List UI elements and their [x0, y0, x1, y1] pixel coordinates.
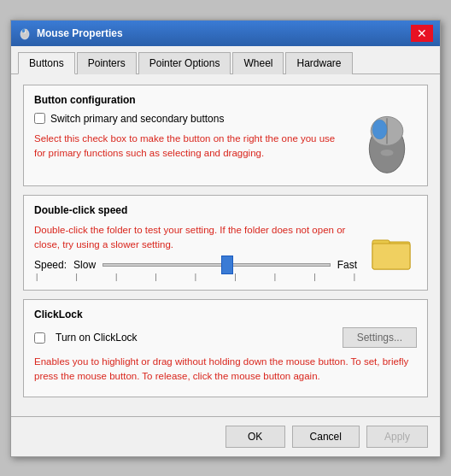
content-area: Button configuration Switch primary and …: [11, 74, 440, 416]
footer: OK Cancel Apply: [11, 416, 440, 456]
settings-button[interactable]: Settings...: [343, 327, 417, 348]
svg-point-7: [372, 120, 387, 139]
mouse-illustration: [357, 113, 417, 177]
slow-label: Slow: [73, 259, 96, 271]
double-click-description: Double-click the folder to test your set…: [34, 223, 357, 253]
tab-pointer-options[interactable]: Pointer Options: [138, 52, 231, 74]
folder-icon: [371, 232, 412, 273]
tick: |: [313, 273, 315, 281]
titlebar: Mouse Properties ✕: [11, 21, 440, 46]
clicklock-checkbox[interactable]: [34, 332, 45, 344]
button-config-title: Button configuration: [34, 94, 417, 106]
double-click-title: Double-click speed: [34, 204, 417, 216]
tab-buttons[interactable]: Buttons: [18, 52, 75, 74]
clicklock-description: Enables you to highlight or drag without…: [34, 355, 417, 385]
tick: |: [115, 273, 117, 281]
close-button[interactable]: ✕: [411, 25, 433, 42]
tab-pointers[interactable]: Pointers: [77, 52, 137, 74]
cancel-button[interactable]: Cancel: [292, 426, 360, 448]
clicklock-label[interactable]: Turn on ClickLock: [56, 332, 138, 344]
btn-config-area: Switch primary and secondary buttons Sel…: [34, 113, 417, 177]
tab-bar: Buttons Pointers Pointer Options Wheel H…: [11, 46, 440, 74]
tick: |: [274, 273, 276, 281]
double-click-right: [366, 223, 417, 282]
speed-slider[interactable]: [102, 263, 331, 267]
titlebar-left: Mouse Properties: [18, 26, 123, 40]
mouse-icon: [18, 26, 32, 40]
double-click-area: Double-click the folder to test your set…: [34, 223, 417, 282]
tick: |: [234, 273, 236, 281]
tick: |: [354, 273, 355, 281]
ok-button[interactable]: OK: [226, 426, 285, 448]
clicklock-title: ClickLock: [34, 309, 417, 320]
svg-rect-11: [372, 244, 410, 269]
tick: |: [75, 273, 77, 281]
tick: |: [36, 273, 38, 281]
tick: |: [155, 273, 156, 281]
tick: |: [195, 273, 196, 281]
tab-hardware[interactable]: Hardware: [285, 52, 352, 74]
switch-buttons-checkbox[interactable]: [34, 113, 45, 124]
apply-button[interactable]: Apply: [366, 426, 428, 448]
double-click-section: Double-click speed Double-click the fold…: [23, 195, 428, 291]
tab-wheel[interactable]: Wheel: [232, 52, 284, 74]
clicklock-row: Turn on ClickLock Settings...: [34, 327, 417, 348]
button-config-section: Button configuration Switch primary and …: [23, 85, 428, 186]
clicklock-section: ClickLock Turn on ClickLock Settings... …: [23, 299, 428, 397]
switch-buttons-label[interactable]: Switch primary and secondary buttons: [50, 113, 224, 125]
speed-row: Speed: Slow Fast: [34, 259, 357, 271]
svg-rect-3: [22, 29, 25, 32]
clicklock-left: Turn on ClickLock: [34, 332, 138, 344]
window-title: Mouse Properties: [37, 27, 123, 39]
fast-label: Fast: [337, 259, 357, 271]
double-click-left: Double-click the folder to test your set…: [34, 223, 357, 282]
primary-secondary-checkbox-row: Switch primary and secondary buttons: [34, 113, 348, 125]
mouse-properties-window: Mouse Properties ✕ Buttons Pointers Poin…: [10, 20, 441, 457]
speed-label: Speed:: [34, 259, 67, 271]
svg-point-8: [380, 150, 393, 156]
